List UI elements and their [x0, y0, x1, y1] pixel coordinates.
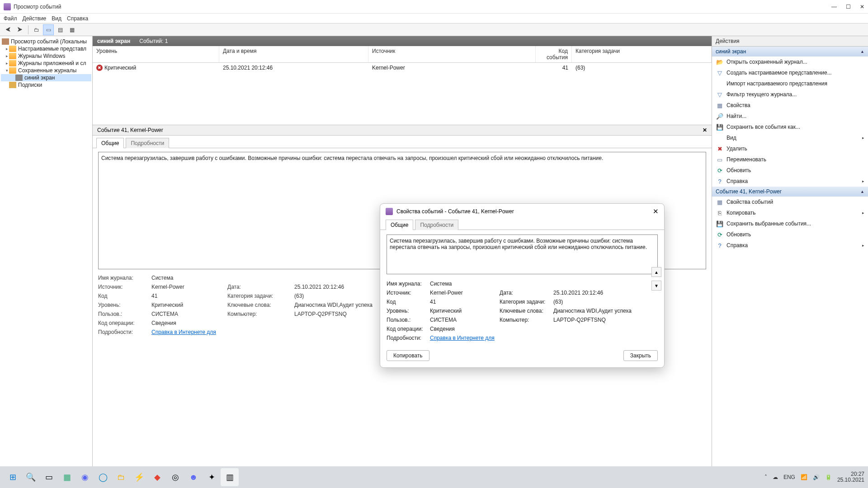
- show-tree-button[interactable]: 🗀: [31, 24, 42, 35]
- show-actions-button[interactable]: ▤: [55, 24, 66, 35]
- action-properties[interactable]: ▦Свойства: [712, 100, 868, 111]
- f-computer-label: Компьютер:: [227, 311, 291, 317]
- f-logname-label: Имя журнала:: [387, 281, 428, 287]
- show-preview-button[interactable]: ▭: [43, 24, 54, 35]
- detail-title: Событие 41, Kernel-Power: [97, 127, 163, 133]
- action-help[interactable]: ?Справка▸: [712, 176, 868, 187]
- tree-blue-screen[interactable]: синий экран: [1, 74, 91, 81]
- action-rename[interactable]: ▭Переименовать: [712, 154, 868, 165]
- action-import-custom-view[interactable]: Импорт настраиваемого представления: [712, 78, 868, 89]
- maximize-button[interactable]: ☐: [846, 4, 851, 10]
- search-button[interactable]: 🔍: [22, 468, 40, 486]
- f-keywords-label: Ключевые слова:: [227, 302, 291, 308]
- menu-file[interactable]: Файл: [4, 15, 17, 22]
- action-copy[interactable]: ⎘Копировать▸: [712, 207, 868, 218]
- dialog-description[interactable]: Система перезагрузилась, завершив работу…: [387, 235, 658, 274]
- f-level-label: Уровень:: [387, 308, 428, 314]
- event-list[interactable]: Уровень Дата и время Источник Код событи…: [93, 46, 712, 125]
- explorer-app[interactable]: 🗀: [112, 468, 130, 486]
- clock[interactable]: 20:27 25.10.2021: [837, 471, 864, 483]
- volume-icon[interactable]: 🔊: [813, 474, 820, 480]
- widgets-button[interactable]: ▦: [58, 468, 76, 486]
- action-find[interactable]: 🔎Найти...: [712, 111, 868, 122]
- expand-icon[interactable]: ▸: [5, 54, 9, 58]
- close-button[interactable]: ✕: [860, 4, 864, 10]
- tab-general[interactable]: Общие: [96, 138, 124, 148]
- action-open-saved-log[interactable]: 📂Открыть сохраненный журнал...: [712, 56, 868, 67]
- close-dialog-button[interactable]: Закрыть: [623, 350, 658, 361]
- col-source[interactable]: Источник: [368, 46, 536, 62]
- folder-icon: [9, 60, 16, 66]
- event-properties-dialog: Свойства событий - Событие 41, Kernel-Po…: [380, 203, 665, 368]
- action-refresh[interactable]: ⟳Обновить: [712, 165, 868, 176]
- copy-button[interactable]: Копировать: [387, 350, 429, 361]
- f-logname-label: Имя журнала:: [98, 275, 148, 281]
- action-create-custom-view[interactable]: ▽Создать настраиваемое представление...: [712, 67, 868, 78]
- menu-help[interactable]: Справка: [67, 15, 88, 22]
- todoist-app[interactable]: ◆: [148, 468, 166, 486]
- f-level-label: Уровень:: [98, 302, 148, 308]
- close-detail-button[interactable]: ✕: [703, 127, 707, 133]
- taskview-button[interactable]: ▭: [40, 468, 58, 486]
- edge-app[interactable]: ◯: [94, 468, 112, 486]
- chrome-app[interactable]: ◎: [166, 468, 184, 486]
- action-delete[interactable]: ✖Удалить: [712, 143, 868, 154]
- actions-section-log[interactable]: синий экран ▲: [712, 47, 868, 56]
- back-button[interactable]: ⮜: [3, 24, 14, 35]
- f-task-label: Категория задачи:: [227, 293, 291, 299]
- online-help-link[interactable]: Справка в Интернете для: [430, 335, 498, 341]
- wifi-icon[interactable]: 📶: [801, 474, 807, 480]
- app-8[interactable]: ✦: [203, 468, 221, 486]
- col-level[interactable]: Уровень: [93, 46, 219, 62]
- next-event-button[interactable]: ▼: [651, 281, 661, 291]
- tree-saved-logs[interactable]: ▾ Сохраненные журналы: [1, 67, 91, 74]
- col-code[interactable]: Код события: [536, 46, 572, 62]
- f-computer-value: LAPTOP-Q2PFTSNQ: [553, 317, 635, 323]
- action-save-all-events[interactable]: 💾Сохранить все события как...: [712, 122, 868, 132]
- forward-button[interactable]: ⮞: [14, 24, 25, 35]
- tab-details[interactable]: Подробности: [126, 138, 169, 148]
- action-save-selected[interactable]: 💾Сохранить выбранные события...: [712, 218, 868, 229]
- view-icon: [716, 134, 724, 141]
- minimize-button[interactable]: —: [831, 4, 837, 10]
- prev-event-button[interactable]: ▲: [651, 267, 661, 277]
- discord-app[interactable]: ☻: [184, 468, 203, 486]
- collapse-icon: ▲: [860, 189, 864, 194]
- onedrive-icon[interactable]: ☁: [773, 474, 778, 480]
- action-help-event[interactable]: ?Справка▸: [712, 240, 868, 251]
- action-filter-log[interactable]: ▽Фильтр текущего журнала...: [712, 89, 868, 100]
- collapse-icon[interactable]: ▾: [5, 68, 9, 73]
- action-refresh-event[interactable]: ⟳Обновить: [712, 229, 868, 240]
- cell-source: Kernel-Power: [368, 64, 536, 72]
- tree-windows-logs[interactable]: ▸ Журналы Windows: [1, 52, 91, 60]
- start-button[interactable]: ⊞: [4, 468, 22, 486]
- tree-custom-views[interactable]: ▸ Настраиваемые представл: [1, 45, 91, 52]
- expand-icon[interactable]: ▸: [5, 47, 9, 51]
- eventviewer-icon: [2, 38, 9, 45]
- battery-icon[interactable]: 🔋: [825, 474, 832, 480]
- chat-app[interactable]: ◉: [76, 468, 94, 486]
- dialog-close-button[interactable]: ✕: [653, 207, 659, 216]
- language-indicator[interactable]: ENG: [783, 474, 795, 480]
- f-date-value: 25.10.2021 20:12:46: [553, 290, 635, 296]
- action-event-properties[interactable]: ▦Свойства событий: [712, 197, 868, 207]
- tree-subscriptions[interactable]: Подписки: [1, 81, 91, 89]
- dialog-tab-details[interactable]: Подробности: [415, 220, 458, 230]
- properties-button[interactable]: ▦: [66, 24, 77, 35]
- menu-action[interactable]: Действие: [23, 15, 47, 22]
- action-view[interactable]: Вид▸: [712, 132, 868, 143]
- col-task[interactable]: Категория задачи: [572, 46, 712, 62]
- col-date[interactable]: Дата и время: [219, 46, 368, 62]
- eventviewer-task[interactable]: ▥: [221, 468, 239, 486]
- actions-section-event[interactable]: Событие 41, Kernel-Power ▲: [712, 187, 868, 197]
- online-help-link[interactable]: Справка в Интернете для: [151, 329, 224, 335]
- event-row[interactable]: ✖ Критический 25.10.2021 20:12:46 Kernel…: [93, 63, 712, 73]
- tree-root[interactable]: Просмотр событий (Локальны: [1, 38, 91, 45]
- tree-pane[interactable]: Просмотр событий (Локальны ▸ Настраиваем…: [0, 36, 93, 466]
- tray-expand-icon[interactable]: ˄: [764, 474, 767, 480]
- tree-app-logs[interactable]: ▸ Журналы приложений и сл: [1, 60, 91, 67]
- dialog-tab-general[interactable]: Общие: [386, 220, 413, 230]
- menu-view[interactable]: Вид: [52, 15, 61, 22]
- expand-icon[interactable]: ▸: [5, 61, 9, 66]
- winamp-app[interactable]: ⚡: [130, 468, 148, 486]
